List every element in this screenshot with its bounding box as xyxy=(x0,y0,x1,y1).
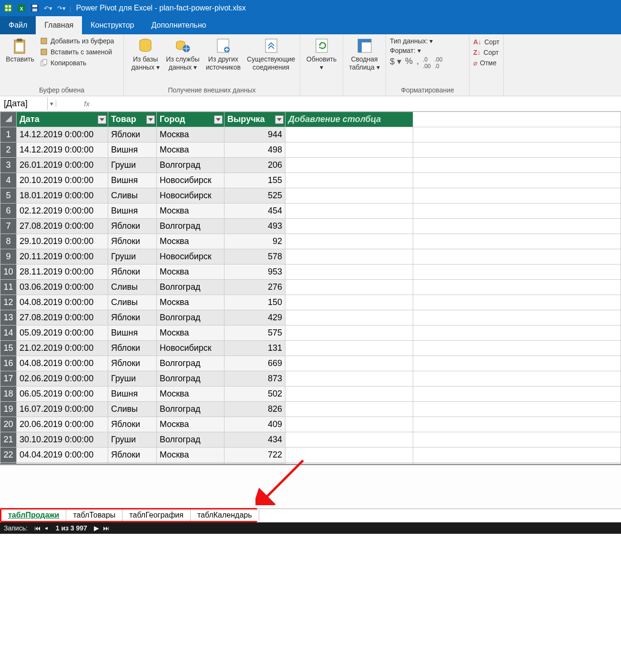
cell-date[interactable]: 04.08.2019 0:00:00 xyxy=(17,295,108,310)
from-db-button[interactable]: Из базы данных ▾ xyxy=(128,36,163,71)
cell-date[interactable]: 30.10.2019 0:00:00 xyxy=(17,432,108,448)
cell-product[interactable]: Яблоки xyxy=(108,356,157,371)
row-header[interactable]: 5 xyxy=(0,188,17,204)
cell-date[interactable]: 14.12.2019 0:00:00 xyxy=(17,127,108,143)
table-row[interactable]: 3 26.01.2019 0:00:00 Груши Волгоград 206 xyxy=(0,158,621,173)
cell-city[interactable]: Москва xyxy=(157,204,224,219)
sheet-tab-geo[interactable]: таблГеография xyxy=(122,509,191,521)
tab-file[interactable]: Файл xyxy=(0,16,36,34)
table-row[interactable]: 19 16.07.2019 0:00:00 Сливы Волгоград 82… xyxy=(0,402,621,417)
cell-city[interactable]: Новосибирск xyxy=(157,341,224,356)
existing-conn-button[interactable]: Существующие соединения xyxy=(246,36,296,71)
row-header[interactable]: 13 xyxy=(0,310,17,326)
save-icon[interactable] xyxy=(30,3,40,13)
col-city[interactable]: Город xyxy=(157,112,224,127)
cell-revenue[interactable]: 575 xyxy=(224,326,285,341)
measure-area[interactable] xyxy=(0,464,621,509)
cell-date[interactable]: 04.08.2019 0:00:00 xyxy=(17,356,108,371)
row-header[interactable]: 20 xyxy=(0,417,17,432)
copy-button[interactable]: Копировать xyxy=(38,58,116,68)
tab-advanced[interactable]: Дополнительно xyxy=(143,16,214,34)
cell-product[interactable]: Яблоки xyxy=(108,417,157,432)
formula-input[interactable] xyxy=(94,96,621,111)
cell-city[interactable]: Волгоград xyxy=(157,432,224,448)
table-row[interactable]: 8 29.10.2019 0:00:00 Яблоки Москва 92 xyxy=(0,234,621,249)
cell-date[interactable]: 27.08.2019 0:00:00 xyxy=(17,219,108,234)
undo-icon[interactable]: ↶▾ xyxy=(43,3,53,13)
pivottable-button[interactable]: Сводная таблица ▾ xyxy=(347,36,382,71)
cell-date[interactable]: 05.09.2019 0:00:00 xyxy=(17,326,108,341)
table-row[interactable]: 10 28.11.2019 0:00:00 Яблоки Москва 953 xyxy=(0,265,621,280)
cell-product[interactable]: Груши xyxy=(108,371,157,387)
cell-product[interactable]: Вишня xyxy=(108,204,157,219)
table-row[interactable]: 2 14.12.2019 0:00:00 Вишня Москва 498 xyxy=(0,143,621,158)
data-grid[interactable]: Дата Товар Город Выручка Добавление стол… xyxy=(0,112,621,464)
cell-city[interactable]: Москва xyxy=(157,417,224,432)
cell-date[interactable]: 20.10.2019 0:00:00 xyxy=(17,173,108,188)
cell-product[interactable]: Сливы xyxy=(108,280,157,295)
cell-city[interactable]: Москва xyxy=(157,265,224,280)
filter-icon[interactable] xyxy=(98,115,106,124)
from-other-button[interactable]: Из других источников xyxy=(203,36,244,71)
row-header[interactable]: 19 xyxy=(0,402,17,417)
cell-product[interactable]: Яблоки xyxy=(108,341,157,356)
cell-revenue[interactable]: 953 xyxy=(224,265,285,280)
fx-icon[interactable]: fx xyxy=(56,100,94,108)
cell-city[interactable]: Новосибирск xyxy=(157,188,224,204)
cell-revenue[interactable]: 454 xyxy=(224,204,285,219)
name-box-dropdown[interactable]: ▾ xyxy=(48,100,56,107)
row-header[interactable]: 9 xyxy=(0,249,17,265)
table-row[interactable]: 20 20.06.2019 0:00:00 Яблоки Москва 409 xyxy=(0,417,621,432)
cell-product[interactable]: Вишня xyxy=(108,387,157,402)
cell-date[interactable]: 06.05.2019 0:00:00 xyxy=(17,387,108,402)
cell-product[interactable]: Яблоки xyxy=(108,310,157,326)
comma-icon[interactable]: , xyxy=(417,56,419,70)
cell-revenue[interactable]: 434 xyxy=(224,432,285,448)
cell-product[interactable]: Вишня xyxy=(108,326,157,341)
row-header[interactable]: 10 xyxy=(0,265,17,280)
cell-city[interactable]: Волгоград xyxy=(157,356,224,371)
cell-date[interactable]: 16.07.2019 0:00:00 xyxy=(17,402,108,417)
redo-icon[interactable]: ↷▾ xyxy=(56,3,67,13)
cell-product[interactable]: Яблоки xyxy=(108,219,157,234)
row-header[interactable]: 1 xyxy=(0,127,17,143)
table-row[interactable]: 7 27.08.2019 0:00:00 Яблоки Волгоград 49… xyxy=(0,219,621,234)
cell-revenue[interactable]: 206 xyxy=(224,158,285,173)
filter-icon[interactable] xyxy=(214,115,223,124)
table-row[interactable]: 1 14.12.2019 0:00:00 Яблоки Москва 944 xyxy=(0,127,621,143)
cell-revenue[interactable]: 493 xyxy=(224,219,285,234)
cell-revenue[interactable]: 722 xyxy=(224,448,285,463)
cell-revenue[interactable]: 525 xyxy=(224,188,285,204)
row-header[interactable]: 6 xyxy=(0,204,17,219)
format-dropdown[interactable]: Формат: ▾ xyxy=(390,47,442,54)
col-product[interactable]: Товар xyxy=(108,112,157,127)
decrease-decimal-icon[interactable]: .00.0 xyxy=(435,56,443,70)
cell-city[interactable]: Волгоград xyxy=(157,310,224,326)
cell-product[interactable]: Вишня xyxy=(108,173,157,188)
table-row[interactable]: 15 21.02.2019 0:00:00 Яблоки Новосибирск… xyxy=(0,341,621,356)
row-header[interactable]: 14 xyxy=(0,326,17,341)
cell-city[interactable]: Москва xyxy=(157,326,224,341)
row-header[interactable]: 4 xyxy=(0,173,17,188)
cell-product[interactable]: Яблоки xyxy=(108,265,157,280)
sort-desc-button[interactable]: Z↓Сорт xyxy=(473,49,499,56)
select-all-corner[interactable] xyxy=(0,112,17,127)
row-header[interactable]: 18 xyxy=(0,387,17,402)
refresh-button[interactable]: Обновить ▾ xyxy=(304,36,339,71)
cell-date[interactable]: 03.06.2019 0:00:00 xyxy=(17,280,108,295)
row-header[interactable]: 15 xyxy=(0,341,17,356)
sheet-tab-products[interactable]: таблТовары xyxy=(66,509,122,521)
cell-revenue[interactable]: 131 xyxy=(224,341,285,356)
row-header[interactable]: 21 xyxy=(0,432,17,448)
tab-design[interactable]: Конструктор xyxy=(82,16,143,34)
cell-date[interactable]: 04.04.2019 0:00:00 xyxy=(17,448,108,463)
table-row[interactable]: 13 27.08.2019 0:00:00 Яблоки Волгоград 4… xyxy=(0,310,621,326)
cell-city[interactable]: Москва xyxy=(157,387,224,402)
cell-revenue[interactable]: 669 xyxy=(224,356,285,371)
table-row[interactable]: 5 18.01.2019 0:00:00 Сливы Новосибирск 5… xyxy=(0,188,621,204)
sort-clear-button[interactable]: ⌀Отме xyxy=(473,59,499,67)
cell-product[interactable]: Сливы xyxy=(108,188,157,204)
row-header[interactable]: 8 xyxy=(0,234,17,249)
row-header[interactable]: 12 xyxy=(0,295,17,310)
currency-icon[interactable]: $ ▾ xyxy=(390,56,401,70)
